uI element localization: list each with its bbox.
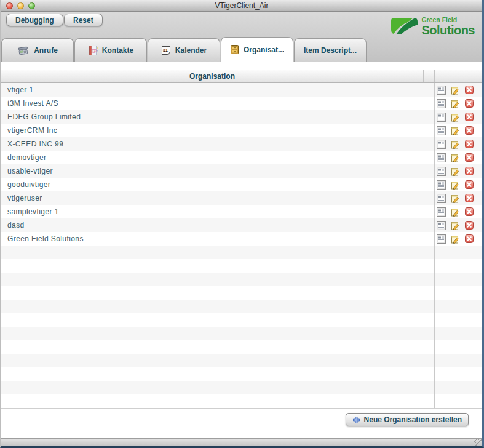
- view-details-icon: [437, 113, 446, 122]
- plus-icon: [352, 416, 360, 424]
- table-row: X-CEED INC 99: [1, 137, 482, 151]
- delete-button[interactable]: [465, 167, 474, 176]
- toolbar-area: Debugging Reset Green Field Solutions: [1, 12, 482, 62]
- organisation-name: X-CEED INC 99: [7, 140, 63, 148]
- reset-button[interactable]: Reset: [64, 14, 103, 26]
- delete-button[interactable]: [465, 126, 474, 135]
- view-details-button[interactable]: [437, 221, 446, 230]
- delete-icon: [465, 126, 474, 135]
- edit-icon: [451, 113, 460, 122]
- tab-label: Kalender: [175, 46, 207, 55]
- delete-icon: [465, 86, 474, 94]
- edit-icon: [451, 126, 460, 135]
- delete-button[interactable]: [465, 234, 474, 244]
- view-details-button[interactable]: [437, 207, 446, 217]
- edit-button[interactable]: [451, 207, 460, 217]
- organisation-name: samplevtiger 1: [7, 207, 59, 216]
- address-book-icon: @: [88, 45, 98, 56]
- content-area: Organisation vtiger 1: [1, 62, 482, 438]
- delete-button[interactable]: [465, 194, 474, 203]
- new-organisation-button[interactable]: Neue Organisation erstellen: [346, 413, 469, 426]
- organisation-name: vtigeruser: [7, 194, 42, 202]
- minimize-button[interactable]: [17, 2, 24, 9]
- empty-table-row: [1, 394, 482, 408]
- delete-button[interactable]: [465, 140, 474, 149]
- tab-kalender[interactable]: 31 Kalender: [148, 38, 220, 62]
- view-details-icon: [437, 126, 446, 135]
- empty-table-row: [1, 246, 482, 259]
- edit-button[interactable]: [451, 167, 460, 176]
- view-details-button[interactable]: [437, 153, 446, 162]
- tab-kontakte[interactable]: @ Kontakte: [74, 38, 147, 62]
- empty-table-row: [1, 313, 482, 327]
- tab-organisation[interactable]: Organisat...: [221, 37, 293, 62]
- column-header-actions: [435, 70, 482, 82]
- edit-button[interactable]: [451, 140, 460, 149]
- tab-item-description[interactable]: Item Descript...: [294, 38, 367, 62]
- edit-button[interactable]: [451, 221, 460, 230]
- organisation-name: usable-vtiger: [7, 167, 53, 175]
- tab-label: Kontakte: [102, 46, 133, 55]
- delete-button[interactable]: [465, 207, 474, 217]
- view-details-icon: [437, 207, 446, 217]
- empty-table-row: [1, 300, 482, 313]
- close-button[interactable]: [6, 2, 13, 9]
- debugging-button[interactable]: Debugging: [6, 14, 63, 26]
- edit-button[interactable]: [451, 113, 460, 122]
- delete-icon: [465, 207, 474, 216]
- organisation-name: vtigerCRM Inc: [7, 126, 57, 135]
- phone-icon: [17, 45, 30, 56]
- view-details-button[interactable]: [437, 86, 446, 95]
- table-row: vtigeruser: [1, 191, 482, 205]
- view-details-button[interactable]: [437, 180, 446, 190]
- edit-icon: [451, 99, 460, 108]
- window-title: VTigerClient_Air: [1, 0, 482, 11]
- organisation-name: Green Field Solutions: [7, 234, 84, 243]
- cabinet-icon: [230, 44, 239, 55]
- delete-button[interactable]: [465, 221, 474, 230]
- edit-button[interactable]: [451, 194, 460, 203]
- tabbar: Anrufe @ Kontakte 31 Kalender: [1, 37, 367, 62]
- tab-label: Anrufe: [34, 46, 58, 55]
- edit-button[interactable]: [451, 86, 460, 95]
- edit-button[interactable]: [451, 180, 460, 190]
- view-details-icon: [437, 153, 446, 162]
- titlebar[interactable]: VTigerClient_Air: [1, 0, 482, 12]
- delete-button[interactable]: [465, 86, 474, 95]
- edit-icon: [451, 153, 460, 162]
- table-row: usable-vtiger: [1, 164, 482, 178]
- delete-icon: [465, 153, 474, 162]
- edit-button[interactable]: [451, 234, 460, 244]
- delete-button[interactable]: [465, 153, 474, 162]
- delete-button[interactable]: [465, 99, 474, 108]
- calendar-icon: 31: [161, 46, 171, 55]
- view-details-button[interactable]: [437, 140, 446, 149]
- view-details-button[interactable]: [437, 234, 446, 244]
- delete-icon: [465, 99, 474, 108]
- edit-button[interactable]: [451, 126, 460, 135]
- delete-icon: [465, 234, 474, 243]
- view-details-button[interactable]: [437, 99, 446, 108]
- tab-anrufe[interactable]: Anrufe: [1, 38, 74, 62]
- calendar-day: 31: [162, 47, 167, 52]
- column-header-spacer: [424, 70, 435, 82]
- window-controls: [6, 2, 35, 9]
- view-details-button[interactable]: [437, 167, 446, 176]
- view-details-icon: [437, 221, 446, 230]
- edit-button[interactable]: [451, 153, 460, 162]
- empty-table-row: [1, 286, 482, 300]
- edit-button[interactable]: [451, 99, 460, 108]
- organisation-name: EDFG Group Limited: [7, 113, 81, 121]
- delete-button[interactable]: [465, 113, 474, 122]
- empty-table-row: [1, 367, 482, 381]
- app-window: VTigerClient_Air Debugging Reset Green F…: [0, 0, 484, 448]
- zoom-button[interactable]: [28, 2, 35, 9]
- view-details-button[interactable]: [437, 126, 446, 135]
- table-row: samplevtiger 1: [1, 205, 482, 218]
- delete-button[interactable]: [465, 180, 474, 190]
- table-row: gooduivtiger: [1, 178, 482, 191]
- resize-grip[interactable]: [474, 439, 482, 446]
- view-details-button[interactable]: [437, 194, 446, 203]
- view-details-button[interactable]: [437, 113, 446, 122]
- table-row: demovtiger: [1, 151, 482, 164]
